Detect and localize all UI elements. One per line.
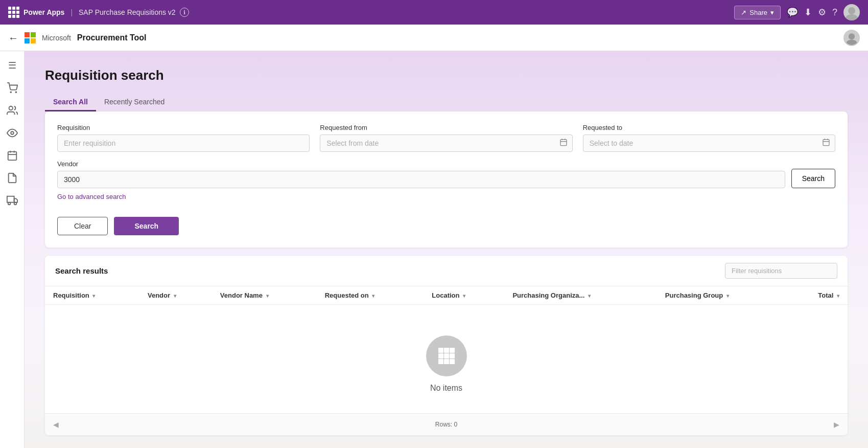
- menu-icon: ☰: [8, 60, 16, 71]
- col-vendor-name[interactable]: Vendor Name ▾: [212, 286, 317, 305]
- col-requested-on[interactable]: Requested on ▾: [317, 286, 424, 305]
- back-button[interactable]: ←: [8, 33, 18, 43]
- share-button[interactable]: ↗ Share ▾: [734, 6, 781, 19]
- vendor-group: Vendor: [57, 160, 785, 188]
- avatar[interactable]: [843, 4, 860, 20]
- tab-recently-searched[interactable]: Recently Searched: [96, 94, 173, 111]
- scroll-left-icon[interactable]: ◀: [53, 420, 59, 429]
- svg-rect-29: [450, 353, 455, 359]
- info-icon[interactable]: ℹ: [180, 8, 189, 17]
- app-title-main: Procurement Tool: [77, 33, 147, 42]
- svg-point-5: [15, 92, 16, 93]
- svg-point-14: [8, 203, 10, 205]
- col-purchasing-group[interactable]: Purchasing Group ▾: [657, 286, 787, 305]
- ms-logo-yellow: [31, 38, 36, 43]
- table-body: No items: [45, 305, 848, 414]
- sidebar: ☰: [0, 51, 25, 448]
- sort-icon-requested-on: ▾: [372, 293, 374, 299]
- results-table: Requisition ▾ Vendor ▾ Vendor Name ▾ R: [45, 286, 848, 413]
- share-chevron-icon: ▾: [770, 9, 774, 16]
- svg-point-0: [848, 7, 855, 14]
- sort-icon-total: ▾: [837, 293, 839, 299]
- svg-rect-31: [444, 359, 449, 364]
- svg-rect-30: [438, 359, 443, 364]
- empty-state-cell: No items: [45, 305, 848, 414]
- col-total[interactable]: Total ▾: [787, 286, 848, 305]
- svg-point-7: [11, 131, 14, 135]
- gear-icon: ⚙: [818, 7, 826, 18]
- vendor-search-button[interactable]: Search: [791, 169, 835, 188]
- sidebar-item-contacts[interactable]: [2, 100, 22, 121]
- org-name: Microsoft: [42, 34, 71, 42]
- ms-logo-red: [25, 32, 30, 37]
- sidebar-item-truck[interactable]: [2, 190, 22, 211]
- search-button[interactable]: Search: [114, 217, 179, 235]
- app-name: SAP Purchase Requisitions v2: [79, 8, 176, 16]
- advanced-link[interactable]: Go to advanced search: [57, 193, 126, 200]
- svg-rect-32: [450, 359, 455, 364]
- col-requisition[interactable]: Requisition ▾: [45, 286, 139, 305]
- sort-icon-vendor-name: ▾: [266, 293, 269, 299]
- sort-icon-location: ▾: [463, 293, 465, 299]
- requisition-label: Requisition: [57, 124, 310, 131]
- col-vendor[interactable]: Vendor ▾: [139, 286, 212, 305]
- requested-to-input[interactable]: [583, 135, 835, 152]
- user-avatar[interactable]: [843, 30, 860, 46]
- sidebar-item-document[interactable]: [2, 168, 22, 188]
- second-bar-right: [843, 30, 860, 46]
- vendor-label: Vendor: [57, 160, 785, 168]
- form-row-1: Requisition Requested from Requested to: [57, 124, 835, 152]
- col-purchasing-org[interactable]: Purchasing Organiza... ▾: [504, 286, 656, 305]
- sort-icon-vendor: ▾: [174, 293, 176, 299]
- table-header: Requisition ▾ Vendor ▾ Vendor Name ▾ R: [45, 286, 848, 305]
- svg-rect-12: [7, 196, 14, 203]
- tab-search-all[interactable]: Search All: [45, 94, 96, 111]
- results-header: Search results: [45, 256, 848, 286]
- search-card: Requisition Requested from Requested to: [45, 111, 848, 248]
- empty-label: No items: [430, 384, 462, 393]
- sort-icon-requisition: ▾: [92, 293, 95, 299]
- svg-rect-25: [444, 348, 449, 353]
- help-icon-button[interactable]: ?: [832, 7, 837, 18]
- results-footer: ◀ Rows: 0 ▶: [45, 413, 848, 435]
- content-area: Requisition search Search All Recently S…: [25, 51, 868, 448]
- requisition-input[interactable]: [57, 135, 310, 152]
- ms-logo-blue: [25, 38, 30, 43]
- settings-icon-button[interactable]: ⚙: [818, 7, 826, 18]
- vendor-row: Vendor Search: [57, 160, 835, 188]
- svg-rect-28: [444, 353, 449, 359]
- svg-point-15: [14, 203, 16, 205]
- svg-point-3: [847, 39, 857, 46]
- share-label: Share: [749, 9, 767, 16]
- sidebar-item-eye[interactable]: [2, 123, 22, 143]
- download-icon-button[interactable]: ⬇: [804, 7, 812, 18]
- svg-point-4: [10, 92, 11, 93]
- top-bar-right: ↗ Share ▾ 💬 ⬇ ⚙ ?: [734, 4, 860, 20]
- empty-icon: [426, 335, 467, 376]
- empty-state: No items: [45, 305, 848, 413]
- requested-to-group: Requested to: [583, 124, 835, 152]
- vendor-input[interactable]: [57, 171, 785, 188]
- sidebar-item-menu[interactable]: ☰: [2, 55, 22, 76]
- chat-icon-button[interactable]: 💬: [787, 7, 798, 18]
- requested-from-input[interactable]: [320, 135, 572, 152]
- download-icon: ⬇: [804, 7, 812, 18]
- svg-rect-26: [450, 348, 455, 353]
- second-bar: ← Microsoft Procurement Tool: [0, 25, 868, 51]
- requested-from-group: Requested from: [320, 124, 572, 152]
- results-card: Search results Requisition ▾ Vendor ▾: [45, 256, 848, 435]
- apps-grid-icon[interactable]: [8, 7, 19, 18]
- scroll-right-icon[interactable]: ▶: [834, 420, 839, 429]
- table-header-row: Requisition ▾ Vendor ▾ Vendor Name ▾ R: [45, 286, 848, 305]
- top-bar-left: Power Apps | SAP Purchase Requisitions v…: [8, 7, 189, 18]
- filter-input[interactable]: [725, 263, 837, 279]
- app-title: Power Apps: [24, 8, 64, 16]
- clear-button[interactable]: Clear: [57, 217, 108, 235]
- sidebar-item-cart[interactable]: [2, 78, 22, 98]
- svg-rect-8: [8, 152, 16, 161]
- page-title: Requisition search: [45, 68, 848, 83]
- help-icon: ?: [832, 7, 837, 18]
- col-location[interactable]: Location ▾: [424, 286, 504, 305]
- svg-point-2: [849, 33, 855, 39]
- sidebar-item-badge[interactable]: [2, 145, 22, 166]
